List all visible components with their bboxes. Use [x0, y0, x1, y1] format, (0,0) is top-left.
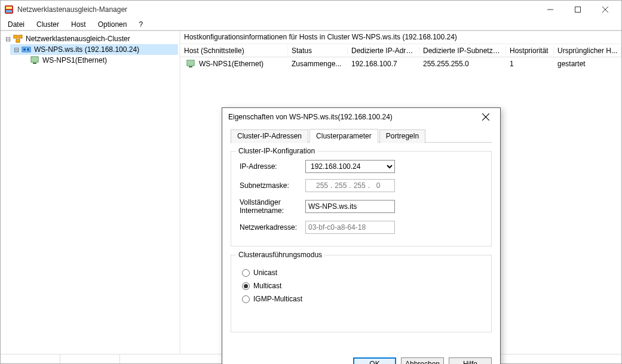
close-button[interactable] — [592, 1, 619, 18]
col-priority[interactable]: Hostpriorität — [506, 47, 554, 55]
svg-rect-7 — [14, 35, 17, 38]
minimize-button[interactable] — [537, 1, 564, 18]
col-subnet[interactable]: Dedizierte IP-Subnetzma... — [419, 47, 506, 55]
svg-rect-17 — [188, 61, 194, 65]
tree-cluster-label: WS-NPS.ws.its (192.168.100.24) — [33, 45, 140, 54]
group-cluster-mode: Clusterausführungsmodus Unicast Multicas… — [231, 255, 492, 332]
label-fqdn: Vollständiger Internetname: — [240, 198, 305, 215]
info-header: Hostkonfigurationsinformationen für Host… — [180, 31, 621, 44]
cluster-icon — [22, 45, 31, 54]
tree-cluster-node[interactable]: ⊟ WS-NPS.ws.its (192.168.100.24) — [10, 44, 178, 55]
radio-igmp-label: IGMP-Multicast — [253, 295, 302, 303]
cluster-root-icon — [13, 34, 23, 44]
radio-multicast[interactable]: Multicast — [242, 282, 483, 290]
titlebar: Netzwerklastenausgleich-Manager — [1, 1, 621, 18]
cancel-button[interactable]: Abbrechen — [401, 357, 444, 364]
table-header: Host (Schnittstelle) Status Dedizierte I… — [180, 44, 621, 57]
menu-options[interactable]: Optionen — [93, 19, 132, 30]
col-host[interactable]: Host (Schnittstelle) — [180, 47, 288, 55]
ip-address-select[interactable]: 192.168.100.24 — [305, 160, 395, 173]
group-legend-ipconfig: Cluster-IP-Konfiguration — [236, 147, 317, 155]
subnet-mask-field: 255. 255. 255. 0 — [305, 179, 395, 192]
radio-unicast[interactable]: Unicast — [242, 269, 483, 277]
svg-rect-8 — [19, 35, 22, 38]
cell-status: Zusammenge... — [288, 60, 348, 68]
cell-host: WS-NPS1(Ethernet) — [199, 60, 263, 68]
label-mac: Netzwerkadresse: — [240, 223, 305, 232]
menu-help[interactable]: ? — [134, 19, 148, 30]
svg-rect-4 — [575, 7, 581, 13]
label-ip-address: IP-Adresse: — [240, 162, 305, 171]
maximize-button[interactable] — [564, 1, 592, 18]
host-icon — [186, 59, 195, 69]
cell-subnet: 255.255.255.0 — [419, 60, 506, 68]
radio-icon — [242, 282, 250, 290]
tree-root-label: Netzwerklastenausgleich-Cluster — [24, 35, 131, 43]
collapse-icon[interactable]: ⊟ — [4, 35, 11, 43]
svg-rect-2 — [6, 10, 12, 13]
tree-pane: ⊟ Netzwerklastenausgleich-Cluster ⊟ WS-N… — [1, 31, 180, 354]
table-row[interactable]: WS-NPS1(Ethernet) Zusammenge... 192.168.… — [180, 57, 621, 70]
col-initial[interactable]: Ursprünglicher H... — [554, 47, 621, 55]
col-ip[interactable]: Dedizierte IP-Adresse — [348, 47, 419, 55]
svg-rect-12 — [27, 48, 29, 51]
ok-button[interactable]: OK — [353, 357, 396, 364]
cell-ip: 192.168.100.7 — [348, 60, 419, 68]
tab-cluster-parameters[interactable]: Clusterparameter — [310, 129, 378, 143]
tab-cluster-ip-addresses[interactable]: Cluster-IP-Adressen — [231, 129, 308, 143]
help-button[interactable]: Hilfe — [449, 357, 492, 364]
svg-rect-11 — [23, 48, 26, 51]
mac-address-field — [305, 221, 395, 234]
svg-rect-14 — [32, 57, 38, 61]
menubar: Datei Cluster Host Optionen ? — [1, 18, 621, 30]
radio-unicast-label: Unicast — [253, 269, 277, 277]
host-icon — [30, 55, 39, 65]
cell-initial: gestartet — [554, 60, 621, 68]
app-icon — [4, 5, 14, 14]
dialog-title: Eigenschaften von WS-NPS.ws.its(192.168.… — [228, 113, 477, 121]
col-status[interactable]: Status — [288, 47, 348, 55]
radio-icon — [242, 295, 250, 303]
tree-host-label: WS-NPS1(Ethernet) — [41, 56, 108, 64]
cell-priority: 1 — [506, 60, 554, 68]
radio-icon — [242, 269, 250, 277]
tree-root[interactable]: ⊟ Netzwerklastenausgleich-Cluster — [2, 33, 178, 44]
menu-cluster[interactable]: Cluster — [32, 19, 64, 30]
svg-rect-9 — [16, 39, 20, 42]
fqdn-input[interactable] — [305, 200, 395, 213]
label-subnet: Subnetzmaske: — [240, 181, 305, 190]
window-title: Netzwerklastenausgleich-Manager — [17, 5, 537, 14]
svg-rect-15 — [33, 63, 36, 64]
dialog-tabs: Cluster-IP-Adressen Clusterparameter Por… — [231, 128, 492, 143]
collapse-icon[interactable]: ⊟ — [13, 46, 20, 54]
svg-rect-18 — [189, 66, 192, 67]
radio-igmp-multicast[interactable]: IGMP-Multicast — [242, 295, 483, 303]
menu-host[interactable]: Host — [66, 19, 91, 30]
group-legend-mode: Clusterausführungsmodus — [236, 251, 324, 259]
menu-file[interactable]: Datei — [3, 19, 29, 30]
dialog-close-button[interactable] — [477, 109, 494, 125]
svg-rect-1 — [6, 7, 12, 9]
properties-dialog: Eigenschaften von WS-NPS.ws.its(192.168.… — [222, 107, 501, 364]
radio-multicast-label: Multicast — [253, 282, 281, 290]
tab-port-rules[interactable]: Portregeln — [379, 129, 425, 143]
group-cluster-ip-config: Cluster-IP-Konfiguration IP-Adresse: 192… — [231, 151, 492, 246]
tree-host-node[interactable]: WS-NPS1(Ethernet) — [26, 55, 178, 66]
